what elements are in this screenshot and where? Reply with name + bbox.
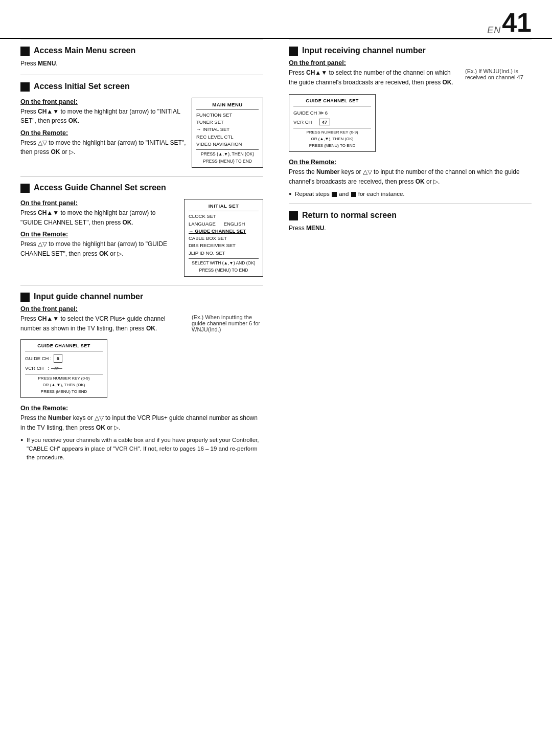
screen-title-guide-ch-set: GUIDE CHANNEL SET	[25, 342, 103, 351]
guide-ch-row: GUIDE CH : 6	[25, 353, 103, 364]
section-icon	[20, 47, 30, 56]
screen-item: REC LEVEL CTL	[196, 134, 259, 141]
section-title-receiving-channel: Input receiving channel number	[302, 46, 426, 55]
screen-title-main-menu: MAIN MENU	[196, 101, 259, 110]
main-content: Access Main Menu screen Press MENU. Acce…	[0, 39, 552, 467]
input-guide-front-panel-text: Press CH▲▼ to select the VCR Plus+ guide…	[20, 314, 187, 334]
left-column: Access Main Menu screen Press MENU. Acce…	[20, 39, 268, 467]
guide-channel-screen-box: GUIDE CHANNEL SET GUIDE CH : 6 VCR CH : …	[20, 336, 263, 401]
receiving-screen-box-wrap: GUIDE CHANNEL SET GUIDE CH ≫ 6 VCR CH 47…	[289, 91, 532, 155]
front-panel-label: On the front panel:	[20, 199, 179, 207]
receiving-bullet: Repeat steps and for each instance.	[289, 190, 532, 198]
receiving-front-panel-text: Press CH▲▼ to select the number of the c…	[289, 68, 460, 88]
screen-footer: SELECT WITH (▲,▼) AND (OK)PRESS (MENU) T…	[189, 258, 259, 274]
section-icon	[20, 293, 30, 302]
screen-footer: PRESS NUMBER KEY (0-9)OR (▲,▼), THEN (OK…	[25, 374, 103, 395]
section-icon	[289, 211, 298, 220]
screen-footer: PRESS (▲,▼), THEN (OK)PRESS (MENU) TO EN…	[196, 149, 259, 165]
section-access-main-menu: Access Main Menu screen Press MENU.	[20, 39, 263, 75]
section-access-initial-set: Access Initial Set screen On the front p…	[20, 75, 263, 176]
section-icon	[20, 82, 30, 92]
screen-item: FUNCTION SET	[196, 112, 259, 119]
section-title-main-menu: Access Main Menu screen	[34, 46, 135, 55]
guide-ch-val: 6	[54, 354, 62, 363]
guide-channel-set-text: On the front panel: Press CH▲▼ to move t…	[20, 196, 179, 259]
initial-set-screen: MAIN MENU FUNCTION SET TUNER SET INITIAL…	[192, 95, 263, 171]
screen-footer-2: PRESS NUMBER KEY (0-9)OR (▲,▼), THEN (OK…	[293, 128, 371, 149]
vcr-ch-label-2: VCR CH	[293, 118, 312, 126]
screen-item: LANGUAGE ENGLISH	[189, 220, 259, 228]
remote-label-2: On the Remote:	[289, 159, 532, 166]
vcr-ch-row-2: VCR CH 47	[293, 118, 371, 126]
step-square-2	[351, 192, 356, 197]
front-panel-label: On the front panel:	[20, 98, 187, 105]
section-icon	[20, 184, 30, 193]
vcr-ch-row: VCR CH : - ≫ -	[25, 364, 103, 372]
vcr-ch-label: VCR CH :	[25, 364, 49, 372]
screen-item: TUNER SET	[196, 119, 259, 126]
front-panel-label: On the front panel:	[289, 59, 532, 66]
screen-item: JLIP ID NO. SET	[189, 250, 259, 257]
screen-item-initial-set: INITIAL SET	[196, 126, 259, 133]
front-panel-label: On the front panel:	[20, 305, 263, 313]
section-return-normal: Return to normal screen Press MENU.	[289, 204, 532, 239]
input-guide-bullet: If you receive your channels with a cabl…	[20, 436, 263, 462]
section-input-guide-channel: Input guide channel number On the front …	[20, 285, 263, 467]
en-label: EN	[487, 25, 501, 36]
initial-set-text: On the front panel: Press CH▲▼ to move t…	[20, 95, 187, 158]
initial-set-remote-text: Press △▽ to move the highlight bar (arro…	[20, 138, 187, 157]
screen-item-guide-channel: GUIDE CHANNEL SET	[189, 228, 259, 235]
guide-channel-front-panel-text: Press CH▲▼ to move the highlight bar (ar…	[20, 208, 179, 227]
guide-channel-set-screen: INITIAL SET CLOCK SET LANGUAGE ENGLISH G…	[184, 196, 263, 280]
screen-item: CLOCK SET	[189, 213, 259, 220]
remote-label: On the Remote:	[20, 405, 263, 412]
main-menu-body: Press MENU.	[20, 59, 263, 69]
return-normal-body: Press MENU.	[289, 224, 532, 233]
ex-note-receiving: (Ex.) If WNJU(Ind.) is received on chann…	[465, 68, 532, 80]
guide-channel-remote-text: Press △▽ to move the highlight bar (arro…	[20, 239, 179, 258]
ex-note-guide: (Ex.) When inputting the guide channel n…	[192, 314, 263, 332]
screen-title-guide-ch-set-2: GUIDE CHANNEL SET	[293, 97, 371, 106]
section-access-guide-channel-set: Access Guide Channel Set screen On the f…	[20, 176, 263, 285]
screen-item: CABLE BOX SET	[189, 235, 259, 242]
section-title-input-guide-channel: Input guide channel number	[34, 292, 143, 301]
receiving-remote-text: Press the Number keys or △▽ to input the…	[289, 167, 532, 186]
guide-ch-label: GUIDE CH :	[25, 354, 52, 362]
input-guide-remote-text: Press the Number keys or △▽ to input the…	[20, 413, 263, 432]
remote-label: On the Remote:	[20, 129, 187, 137]
page-number: 41	[502, 9, 532, 36]
screen-title-initial-set: INITIAL SET	[189, 202, 259, 211]
page-header: EN 41	[0, 0, 552, 39]
screen-item: DBS RECEIVER SET	[189, 242, 259, 249]
vcr-ch-val: - ≫ -	[51, 364, 62, 372]
section-icon	[289, 47, 298, 56]
section-title-initial-set: Access Initial Set screen	[34, 81, 130, 91]
right-column: Input receiving channel number On the fr…	[284, 39, 532, 467]
step-square-1	[332, 192, 337, 197]
section-title-return-normal: Return to normal screen	[302, 210, 397, 220]
guide-ch-row-2: GUIDE CH ≫ 6	[293, 108, 371, 118]
screen-item: VIDEO NAVIGATION	[196, 141, 259, 148]
section-title-guide-channel-set: Access Guide Channel Set screen	[34, 183, 166, 192]
section-input-receiving-channel: Input receiving channel number On the fr…	[289, 39, 532, 204]
remote-label: On the Remote:	[20, 231, 179, 238]
initial-set-front-panel-text: Press CH▲▼ to move the highlight bar (ar…	[20, 107, 187, 126]
vcr-ch-val-2: 47	[316, 118, 330, 126]
